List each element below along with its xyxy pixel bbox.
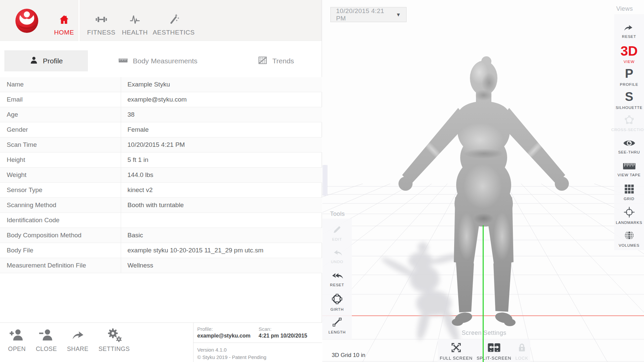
length-line-icon <box>331 316 343 328</box>
gear-icon <box>105 327 123 344</box>
tool-girth-label: GIRTH <box>330 307 344 311</box>
nav-fitness-label: FITNESS <box>87 29 115 36</box>
magic-wand-icon <box>167 12 180 26</box>
views-panel: RESET 3D VIEW P PROFILE S SILHOUETTE CRO… <box>614 14 644 250</box>
tab-trends[interactable]: Trends <box>258 50 294 71</box>
scan-info-label: Scan: <box>259 326 307 332</box>
3d-view-icon: 3D <box>621 45 638 57</box>
row-label: Body Composition Method <box>0 232 121 239</box>
lock-button: LOCK <box>515 342 528 361</box>
view-profile-button[interactable]: P PROFILE <box>614 66 644 89</box>
view-landmarks-button[interactable]: LANDMARKS <box>614 204 644 227</box>
globe-icon <box>624 230 635 241</box>
view-grid-button[interactable]: GRID <box>614 181 644 204</box>
copyright-text: © Styku 2019 - Patent Pending <box>197 354 266 361</box>
view-see-thru-button[interactable]: SEE-THRU <box>614 135 644 158</box>
row-label: Identification Code <box>0 217 121 224</box>
view-tape-button[interactable]: VIEW TAPE <box>614 158 644 181</box>
styku-app-window: HOME FITNESS <box>0 0 644 362</box>
pentagon-icon <box>624 115 635 125</box>
panel-grip[interactable] <box>323 165 327 196</box>
row-label: Measurement Definition File <box>0 262 121 269</box>
row-label: Age <box>0 111 121 118</box>
close-button-label: CLOSE <box>36 346 57 353</box>
split-screen-button[interactable]: SPLIT-SCREEN <box>477 342 512 361</box>
add-person-icon <box>9 327 24 344</box>
nav-aesthetics[interactable]: AESTHETICS <box>152 0 195 41</box>
silhouette-view-icon: S <box>625 90 633 103</box>
open-button-label: OPEN <box>8 346 26 353</box>
view-silhouette-label: SILHOUETTE <box>615 106 642 110</box>
view-reset-button[interactable]: RESET <box>614 19 644 43</box>
scan-info-value: 4:21 pm 10/20/2015 <box>259 333 307 339</box>
view-3d-button[interactable]: 3D VIEW <box>614 43 644 66</box>
green-axis-line <box>483 225 484 362</box>
tool-edit-label: EDIT <box>332 237 342 241</box>
table-row: Body Composition MethodBasic <box>0 228 322 243</box>
nav-home-label: HOME <box>54 29 74 36</box>
view-tape-label: VIEW TAPE <box>618 173 641 177</box>
scan-viewport[interactable]: 10/20/2015 4:21 PM ▼ Views RESET 3D VIEW… <box>322 0 644 362</box>
row-value: 10/20/2015 4:21 PM <box>121 137 322 152</box>
pencil-icon <box>332 224 342 235</box>
tab-profile-label: Profile <box>43 57 63 65</box>
dumbbell-icon <box>95 12 108 26</box>
view-cross-section-button: CROSS-SECTION <box>614 112 644 135</box>
grid-scale-caption: 3D Grid 10 in <box>332 352 365 359</box>
chevron-down-icon: ▼ <box>396 12 401 17</box>
table-row: Sensor Typekinect v2 <box>0 183 322 198</box>
nav-health[interactable]: HEALTH <box>119 0 150 41</box>
grid-icon <box>624 184 635 194</box>
row-value: 38 <box>121 107 322 122</box>
tab-profile[interactable]: Profile <box>4 50 88 71</box>
table-row: Scan Time10/20/2015 4:21 PM <box>0 137 322 153</box>
ruler-icon <box>118 55 128 67</box>
scan-date-selector[interactable]: 10/20/2015 4:21 PM ▼ <box>330 7 407 22</box>
tab-trends-label: Trends <box>272 57 294 65</box>
views-panel-title: Views <box>611 5 638 12</box>
lock-icon <box>516 342 528 353</box>
scan-date-value: 10/20/2015 4:21 PM <box>336 7 396 22</box>
row-value: example@styku.com <box>121 92 322 107</box>
tool-girth-button[interactable]: GIRTH <box>322 291 352 314</box>
open-button[interactable]: OPEN <box>8 327 26 353</box>
tool-undo-button: UNDO <box>322 244 352 267</box>
share-button[interactable]: SHARE <box>67 327 89 353</box>
styku-logo <box>15 8 39 33</box>
screen-settings-panel: FULL SCREEN SPLIT-SCREEN <box>438 339 530 362</box>
view-volumes-button[interactable]: VOLUMES <box>614 227 644 250</box>
trend-chart-icon <box>258 55 268 67</box>
row-value: Booth with turntable <box>121 198 322 213</box>
settings-button[interactable]: SETTINGS <box>99 327 130 353</box>
tool-edit-button: EDIT <box>322 221 352 244</box>
row-label: Scan Time <box>0 141 121 148</box>
row-label: Scanning Method <box>0 201 121 209</box>
table-row: Measurement Definition FileWellness <box>0 258 322 273</box>
tool-length-label: LENGTH <box>328 330 345 334</box>
view-profile-label: PROFILE <box>620 82 638 86</box>
header-separator <box>78 0 79 41</box>
version-text: Version 4.1.0 <box>197 346 266 354</box>
view-volumes-label: VOLUMES <box>619 243 640 247</box>
tab-body-measurements[interactable]: Body Measurements <box>118 50 198 71</box>
full-screen-label: FULL SCREEN <box>440 356 473 361</box>
reset-arrow-icon <box>624 23 635 32</box>
split-screen-icon <box>487 342 501 353</box>
full-screen-button[interactable]: FULL SCREEN <box>440 342 473 361</box>
table-row: GenderFemale <box>0 122 322 137</box>
tool-reset-button[interactable]: RESET <box>322 267 352 291</box>
nav-home[interactable]: HOME <box>50 0 78 41</box>
view-landmarks-label: LANDMARKS <box>616 221 642 225</box>
body-shadow <box>380 242 464 344</box>
view-silhouette-button[interactable]: S SILHOUETTE <box>614 88 644 112</box>
girth-circle-icon <box>331 293 343 305</box>
profile-table: NameExample Styku Emailexample@styku.com… <box>0 77 322 273</box>
nav-fitness[interactable]: FITNESS <box>85 0 117 41</box>
home-icon <box>58 12 70 26</box>
tool-length-button[interactable]: LENGTH <box>322 314 352 337</box>
tab-body-measurements-label: Body Measurements <box>133 57 198 65</box>
tools-panel-title: Tools <box>325 210 350 218</box>
profile-tab-bar: Profile Body Measurements <box>0 41 322 77</box>
row-value: example styku 10-20-2015 11_21_29 pm utc… <box>121 243 322 258</box>
close-button[interactable]: CLOSE <box>36 327 57 353</box>
